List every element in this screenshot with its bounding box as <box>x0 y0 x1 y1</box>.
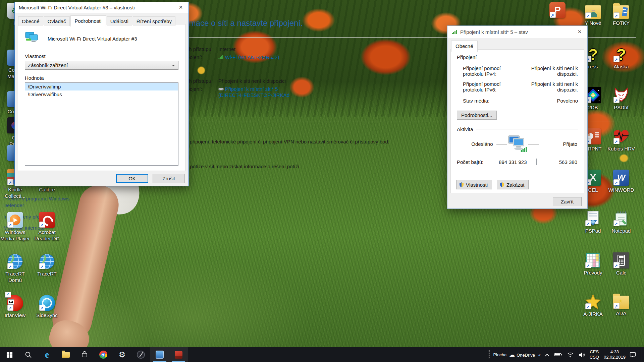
spreadsheet-icon <box>585 252 601 268</box>
desktop-icon-ada[interactable]: ADA <box>605 294 637 317</box>
desktop-toolbar-label[interactable]: Plocha <box>493 352 506 357</box>
desktop-icon-label: WINWORD <box>605 187 637 193</box>
globe-icon <box>7 253 23 269</box>
taskbar-file-explorer[interactable] <box>56 347 75 362</box>
taskbar-red-app[interactable] <box>169 347 188 362</box>
details-button[interactable]: Podrobnosti... <box>457 111 497 120</box>
desktop-icon-calc[interactable]: Calc <box>605 252 637 276</box>
network-details: Druh přístupu: Internet Připojení: Wi-Fi… <box>176 46 301 77</box>
list-item-selected[interactable]: \Driver\vwifimp <box>25 83 178 90</box>
heart-ecg-icon <box>613 128 629 144</box>
desktop-icon-label: ADA <box>605 310 637 317</box>
property-dropdown[interactable]: Zásobník zařízení <box>25 61 178 70</box>
desktop-icon-powerpoint[interactable] <box>541 2 574 19</box>
disable-button[interactable]: Zakázat <box>497 180 529 189</box>
star-icon <box>585 294 601 310</box>
desktop-icon-sidesync[interactable]: SideSync <box>31 295 63 319</box>
action-center-icon[interactable] <box>630 352 636 358</box>
desktop-icon-label: TraceRT <box>31 271 63 277</box>
desktop-icon-kubios[interactable]: Kubios HRV <box>605 128 637 152</box>
ipv4-label: Připojení pomocí protokolu IPv4: <box>463 65 522 77</box>
toolbar-grip[interactable] <box>488 350 490 359</box>
tab-ovladac[interactable]: Ovladač <box>44 16 70 26</box>
property-label: Vlastnost <box>25 53 178 59</box>
lan-connection-link-line2[interactable]: (DIRECT-HFDESKTOP-JIRKAd <box>218 92 289 98</box>
value-listbox[interactable]: \Driver\vwifimp \Driver\vwifibus <box>25 82 178 166</box>
desktop-icon-label: Převody <box>577 270 609 276</box>
desktop-icon-label: PSDbf <box>605 105 637 111</box>
taskbar-chrome[interactable] <box>94 347 113 362</box>
properties-dialog-titlebar[interactable]: Microsoft Wi-Fi Direct Virtual Adapter #… <box>15 2 189 13</box>
close-icon[interactable]: ✕ <box>572 26 587 38</box>
pictures-folder-icon <box>613 5 629 19</box>
desktop-icon-winword[interactable]: WINWORD <box>605 170 637 193</box>
globe-icon <box>39 253 55 269</box>
desktop-icon-label: Kubios HRV <box>605 146 637 152</box>
status-dialog-titlebar[interactable]: Připojení k místní síti* 5 – stav ✕ <box>447 26 587 38</box>
desktop-icon-fotky[interactable]: FOTKY <box>605 3 637 26</box>
tab-obecne[interactable]: Obecné <box>451 41 478 52</box>
desktop-icon-wmp[interactable]: Windows Media Player <box>0 212 31 242</box>
list-item[interactable]: \Driver\vwifibus <box>25 90 178 98</box>
desktop-icon-label: FOTKY <box>605 20 637 26</box>
desktop-icon-irfanview[interactable]: IrfanView <box>0 295 31 319</box>
lan-connection-link[interactable]: Připojení k místní síti* 5 <box>225 86 278 92</box>
close-icon[interactable]: ✕ <box>173 2 189 13</box>
desktop-icon-label: Calc <box>605 270 637 276</box>
windows-media-player-icon <box>7 212 23 228</box>
access-type-value: Připojení k síti není k dispozici <box>218 78 290 84</box>
fox-icon <box>613 87 629 103</box>
wifi-connection-link[interactable]: Wi-Fi (WLAN1-2MR5J2) <box>225 54 279 60</box>
battery-icon[interactable] <box>554 352 562 357</box>
tab-rizeni-spotreby[interactable]: Řízení spotřeby <box>133 16 175 26</box>
desktop-icon-notepad[interactable]: Notepad <box>605 210 637 234</box>
bytes-label: Počet bajtů: <box>457 159 494 165</box>
taskbar-browser-circle[interactable] <box>131 347 150 362</box>
uac-shield-icon <box>500 182 504 187</box>
desktop-icon-label: SideSync <box>31 312 63 319</box>
search-button[interactable] <box>19 347 38 362</box>
toolbar-overflow-chevron[interactable]: » <box>538 352 541 357</box>
media-state-value: Povoleno <box>522 98 578 104</box>
tab-podrobnosti[interactable]: Podrobnosti <box>70 15 106 26</box>
uac-shield-icon <box>459 182 464 187</box>
speaker-icon[interactable] <box>578 352 585 358</box>
desktop-icon-label: A-JIRKA <box>577 311 609 317</box>
onedrive-tray-item[interactable]: OneDrive <box>509 351 535 358</box>
search-icon <box>25 351 32 358</box>
close-button[interactable]: Zavřít <box>553 197 582 206</box>
value-label: Hodnota <box>25 75 178 81</box>
properties-button[interactable]: Vlastnosti <box>456 180 492 189</box>
desktop-icon-tracert[interactable]: TraceRT <box>31 253 63 277</box>
desktop-icon-psdbf[interactable]: PSDbf <box>605 87 637 111</box>
network-details: Druh přístupu: Připojení k síti není k d… <box>176 77 301 115</box>
ok-button[interactable]: OK <box>116 174 148 183</box>
dash-line <box>496 144 507 144</box>
cancel-button[interactable]: Zrušit <box>153 174 185 183</box>
taskbar-settings[interactable]: ⚙ <box>113 347 131 362</box>
desktop-icon-tracert-domu[interactable]: TraceRT Domů <box>0 253 31 284</box>
desktop-icon-alaska[interactable]: Alaska <box>605 46 637 70</box>
wifi-tray-icon[interactable] <box>567 352 574 358</box>
acrobat-reader-icon <box>39 212 55 228</box>
tab-udalosti[interactable]: Události <box>107 16 132 26</box>
desktop-icon-pspad[interactable]: PSPad <box>577 210 609 234</box>
taskbar-edge[interactable]: e <box>38 347 56 362</box>
bytes-received-value: 563 380 <box>546 159 578 165</box>
taskbar-control-panel[interactable] <box>150 347 169 362</box>
desktop-icon-y-nove[interactable]: Y Nové <box>577 3 609 26</box>
language-indicator[interactable]: CES CSQ <box>590 349 599 360</box>
start-button[interactable] <box>0 347 19 362</box>
taskbar-store[interactable] <box>75 347 94 362</box>
sent-label: Odesláno <box>457 141 496 147</box>
hidden-icons-chevron[interactable] <box>545 354 549 358</box>
show-desktop-button[interactable] <box>642 347 644 362</box>
desktop-icon-prevody[interactable]: Převody <box>577 252 609 276</box>
properties-dialog-page: Microsoft Wi-Fi Direct Virtual Adapter #… <box>18 24 185 171</box>
desktop-icon-label: TraceRT Domů <box>0 271 31 284</box>
desktop-icon-acrobat[interactable]: Acrobat Reader DC <box>31 212 63 242</box>
desktop-icon-ajirka[interactable]: A-JIRKA <box>577 294 609 317</box>
tab-obecne[interactable]: Obecné <box>18 16 43 26</box>
bytes-sent-value: 894 331 923 <box>494 159 527 165</box>
clock[interactable]: 4:33 02.02.2019 <box>604 349 626 360</box>
